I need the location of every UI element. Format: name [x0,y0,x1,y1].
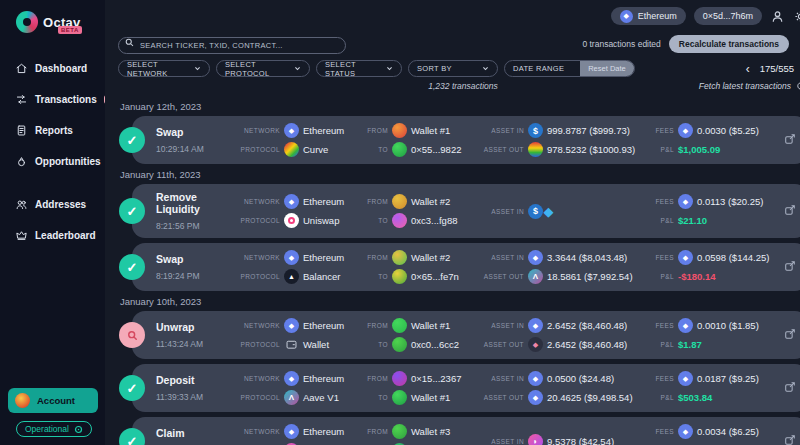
pnl-value: -$180.14 [678,271,716,282]
search-input[interactable] [118,37,346,54]
edited-count-label: 0 transactions edited [582,39,660,49]
network-label: NETWORK [240,428,280,435]
external-link-icon[interactable] [784,432,796,445]
transaction-time: 8:21:56 PM [156,221,240,231]
protocol-value: Balancer [303,271,341,282]
status-review-icon [119,322,145,348]
pnl-label: P&L [652,217,674,224]
top-header-bar: ◆ Ethereum 0×5d...7h6m [118,0,800,32]
fees-pnl-column: FEES◆0.0030 ($5.25)P&L$1,005.09 [652,123,784,157]
date-group: January 12th, 2023✓Swap10:29:14 AMNETWOR… [118,101,800,164]
transaction-row[interactable]: ✓Claim7:11:44 AMNETWORK◆EthereumPROTOCOL… [132,417,800,445]
from-value: Wallet #2 [411,252,450,263]
transaction-row[interactable]: Unwrap11:43:24 AMNETWORK◆EthereumPROTOCO… [132,311,800,359]
eth-icon: ◆ [678,194,693,209]
to-value: 0xc3...fg88 [411,215,457,226]
asset-column: ASSET IN◆0.0500 ($24.48)ASSET OUT◆20.462… [480,371,652,405]
operational-status-pill[interactable]: Operational [16,421,92,437]
wallet-avatar [392,371,407,386]
select-status-dropdown[interactable]: SELECT STATUS [316,60,402,77]
fees-value: 0.0010 ($1.85) [697,320,759,331]
settings-gear-icon[interactable] [793,9,800,24]
external-link-icon[interactable] [784,326,796,344]
network-value: Ethereum [303,373,344,384]
external-link-icon[interactable] [784,131,796,149]
reports-icon [15,124,28,137]
account-button[interactable]: Account [8,388,98,413]
transaction-time: 11:43:24 AM [156,339,240,349]
sidebar-item-reports[interactable]: Reports [0,115,105,146]
sidebar-item-opportunities[interactable]: Opportunities [0,146,105,177]
asset-in-value: 999.8787 ($999.73) [547,125,630,136]
eth-icon: ◆ [528,371,543,386]
sort-by-dropdown[interactable]: SORT BY [408,60,498,77]
eth-icon: ◆ [284,194,299,209]
network-value: Ethereum [303,252,344,263]
protocol-value: Curve [303,144,328,155]
date-range-filter: DATE RANGE Reset Date [504,60,635,77]
wallet-avatar [392,424,407,439]
sidebar-item-transactions[interactable]: Transactions528 [0,84,105,115]
protocol-label: PROTOCOL [240,146,280,153]
transaction-type: Remove Liquidity [156,191,240,215]
from-label: FROM [364,375,388,382]
transaction-row[interactable]: ✓Remove Liquidity8:21:56 PMNETWORK◆Ether… [132,184,800,238]
recalculate-button[interactable]: Recalculate transactions [669,35,789,53]
pagination: ‹ 175/555 › [746,63,800,75]
network-label: NETWORK [240,254,280,261]
usdc-icon: $ [528,123,543,138]
pnl-label: P&L [652,273,674,280]
aave-icon: Λ [284,390,299,405]
pnl-label: P&L [652,394,674,401]
transaction-row[interactable]: ✓Swap8:19:24 PMNETWORK◆EthereumPROTOCOL▲… [132,243,800,291]
transaction-row[interactable]: ✓Deposit11:39:33 AMNETWORK◆EthereumPROTO… [132,364,800,412]
type-column: Deposit11:39:33 AM [156,371,240,405]
sidebar-item-leaderboard[interactable]: Leaderboard [0,220,105,251]
pnl-value: $503.84 [678,392,712,403]
asset-out-label: ASSET OUT [480,146,524,153]
external-link-icon[interactable] [784,202,796,220]
fees-pnl-column: FEES◆0.0010 ($1.85)P&L$1.87 [652,318,784,352]
network-value: Ethereum [303,125,344,136]
select-protocol-dropdown[interactable]: SELECT PROTOCOL [216,60,310,77]
network-label: NETWORK [240,127,280,134]
transaction-type: Claim [156,427,240,439]
pnl-value: $1.87 [678,339,702,350]
reset-date-button[interactable]: Reset Date [580,61,634,76]
transaction-row[interactable]: ✓Swap10:29:14 AMNETWORK◆EthereumPROTOCOL… [132,116,800,164]
count-row: 1,232 transactions Fetch latest transact… [118,81,800,96]
fees-value: 0.0187 ($9.25) [697,373,759,384]
network-column: NETWORK◆EthereumPROTOCOLUniswap [240,191,364,231]
balancer-icon: ▲ [284,269,299,284]
external-link-icon[interactable] [784,379,796,397]
to-label: TO [364,217,388,224]
select-network-dropdown[interactable]: SELECT NETWORK [118,60,210,77]
asset-out-value: 978.5232 ($1000.93) [547,144,635,155]
asset-in-label: ASSET IN [480,322,524,329]
to-label: TO [364,394,388,401]
date-range-input[interactable]: DATE RANGE [505,61,580,76]
wallet-avatar [392,194,407,209]
date-group-header: January 12th, 2023 [120,101,800,112]
status-check-icon: ✓ [119,428,145,445]
asset-column: ASSET IN◆2.6452 ($8,460.48)ASSET OUT◆2.6… [480,318,652,352]
eth-icon: ◆ [284,371,299,386]
asset-out-label: ASSET OUT [480,273,524,280]
network-selector-button[interactable]: ◆ Ethereum [611,7,686,25]
prev-page-icon[interactable]: ‹ [746,63,750,75]
wallet-address-button[interactable]: 0×5d...7h6m [694,7,762,25]
ethereum-icon: ◆ [620,10,633,23]
from-label: FROM [364,254,388,261]
external-link-icon[interactable] [784,258,796,276]
sidebar-item-dashboard[interactable]: Dashboard [0,53,105,84]
eth-icon: ◆ [284,250,299,265]
profile-icon[interactable] [770,9,785,24]
fetch-latest-button[interactable]: Fetch latest transactions [699,81,800,91]
sidebar-item-addresses[interactable]: Addresses [0,189,105,220]
date-group-header: January 10th, 2023 [120,296,800,307]
protocol-label: PROTOCOL [240,217,280,224]
account-button-label: Account [37,395,75,406]
fees-label: FEES [652,375,674,382]
wallet-address-label: 0×5d...7h6m [703,11,753,21]
type-column: Swap10:29:14 AM [156,123,240,157]
